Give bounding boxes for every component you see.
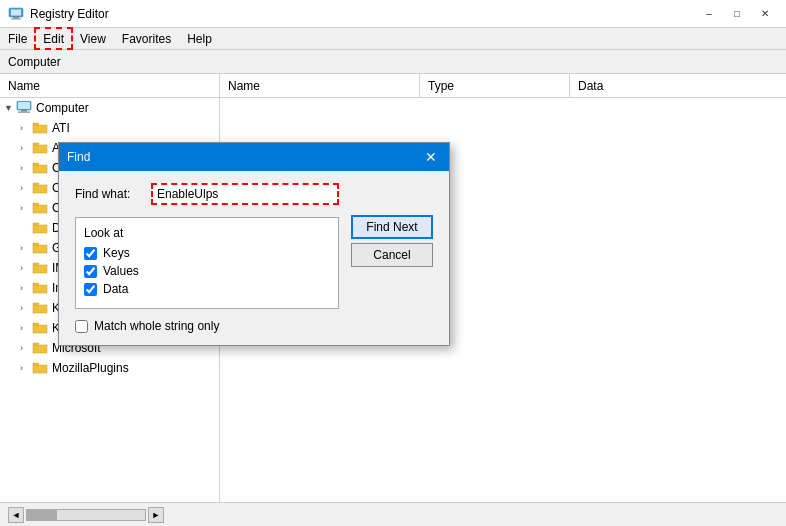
expand-arrow: ›: [20, 283, 32, 293]
folder-icon: [32, 221, 48, 235]
expand-arrow: ›: [20, 243, 32, 253]
dialog-title-bar: Find ✕: [59, 143, 449, 171]
dialog-close-button[interactable]: ✕: [421, 147, 441, 167]
expand-arrow: ›: [20, 123, 32, 133]
find-what-row: Find what:: [75, 183, 339, 205]
menu-favorites[interactable]: Favorites: [114, 28, 179, 49]
cancel-button[interactable]: Cancel: [351, 243, 433, 267]
col-header-name[interactable]: Name: [220, 74, 420, 97]
app-title: Registry Editor: [30, 7, 696, 21]
folder-icon: [32, 181, 48, 195]
checkbox-row-values: Values: [84, 264, 330, 278]
look-at-label: Look at: [84, 226, 330, 240]
values-label: Values: [103, 264, 139, 278]
svg-rect-3: [11, 18, 21, 19]
tree-item-label: ATI: [52, 121, 70, 135]
expand-arrow: ›: [20, 343, 32, 353]
scroll-left-button[interactable]: ◄: [8, 507, 24, 523]
menu-view[interactable]: View: [72, 28, 114, 49]
values-checkbox[interactable]: [84, 265, 97, 278]
folder-icon: [32, 201, 48, 215]
keys-checkbox[interactable]: [84, 247, 97, 260]
svg-rect-2: [13, 17, 19, 19]
folder-icon: [32, 241, 48, 255]
dialog-body: Find what: Find Next Cancel Look at Key: [59, 171, 449, 345]
keys-label: Keys: [103, 246, 130, 260]
folder-icon: [32, 301, 48, 315]
tree-column-header: Name: [0, 74, 219, 98]
expand-arrow: ›: [20, 163, 32, 173]
expand-arrow: ›: [20, 303, 32, 313]
menu-file[interactable]: File: [0, 28, 35, 49]
cancel-label: Cancel: [373, 248, 410, 262]
svg-rect-5: [18, 102, 30, 109]
title-bar: Registry Editor – □ ✕: [0, 0, 786, 28]
expand-arrow: ›: [20, 203, 32, 213]
find-what-input[interactable]: [151, 183, 339, 205]
find-what-label: Find what:: [75, 187, 143, 201]
folder-icon: [32, 161, 48, 175]
name-column-header[interactable]: Name: [0, 74, 219, 97]
look-at-box: Look at Keys Values Data: [75, 217, 339, 309]
column-headers: Name Type Data: [220, 74, 786, 98]
svg-rect-1: [11, 9, 21, 15]
menu-help[interactable]: Help: [179, 28, 220, 49]
data-checkbox[interactable]: [84, 283, 97, 296]
expand-arrow: ›: [20, 263, 32, 273]
expand-arrow: ›: [20, 363, 32, 373]
find-next-button[interactable]: Find Next: [351, 215, 433, 239]
find-dialog[interactable]: Find ✕ Find what: Find Next Cancel: [58, 142, 450, 346]
data-label: Data: [103, 282, 128, 296]
match-whole-row: Match whole string only: [75, 319, 339, 333]
dialog-title: Find: [67, 150, 421, 164]
main-content: Name ▼ Computer // Render tree items dyn…: [0, 74, 786, 502]
find-next-label: Find Next: [366, 220, 417, 234]
scroll-controls: ◄ ►: [8, 507, 164, 523]
svg-rect-6: [21, 110, 27, 112]
menu-bar: File Edit View Favorites Help: [0, 28, 786, 50]
tree-item-label: MozillaPlugins: [52, 361, 129, 375]
minimize-button[interactable]: –: [696, 4, 722, 24]
col-header-type[interactable]: Type: [420, 74, 570, 97]
computer-icon: [16, 101, 32, 115]
scroll-track[interactable]: [26, 509, 146, 521]
svg-rect-7: [18, 112, 30, 113]
tree-item[interactable]: › MozillaPlugins: [0, 358, 219, 378]
folder-icon: [32, 261, 48, 275]
expand-arrow: ›: [20, 183, 32, 193]
address-text: Computer: [8, 55, 61, 69]
folder-icon: [32, 141, 48, 155]
checkbox-row-data: Data: [84, 282, 330, 296]
checkbox-row-keys: Keys: [84, 246, 330, 260]
folder-icon: [32, 121, 48, 135]
tree-item[interactable]: › ATI: [0, 118, 219, 138]
scroll-thumb: [27, 510, 57, 520]
close-button[interactable]: ✕: [752, 4, 778, 24]
expand-arrow: ›: [20, 323, 32, 333]
expand-arrow: ›: [20, 143, 32, 153]
window-controls: – □ ✕: [696, 4, 778, 24]
expand-arrow-computer: ▼: [4, 103, 16, 113]
address-bar: Computer: [0, 50, 786, 74]
match-whole-checkbox[interactable]: [75, 320, 88, 333]
folder-icon: [32, 321, 48, 335]
menu-edit[interactable]: Edit: [35, 28, 72, 49]
tree-item-computer[interactable]: ▼ Computer: [0, 98, 219, 118]
match-whole-label: Match whole string only: [94, 319, 219, 333]
tree-label-computer: Computer: [36, 101, 89, 115]
folder-icon: [32, 361, 48, 375]
app-icon: [8, 6, 24, 22]
status-bar: ◄ ►: [0, 502, 786, 526]
maximize-button[interactable]: □: [724, 4, 750, 24]
scroll-right-button[interactable]: ►: [148, 507, 164, 523]
col-header-data[interactable]: Data: [570, 74, 786, 97]
folder-icon: [32, 281, 48, 295]
folder-icon: [32, 341, 48, 355]
